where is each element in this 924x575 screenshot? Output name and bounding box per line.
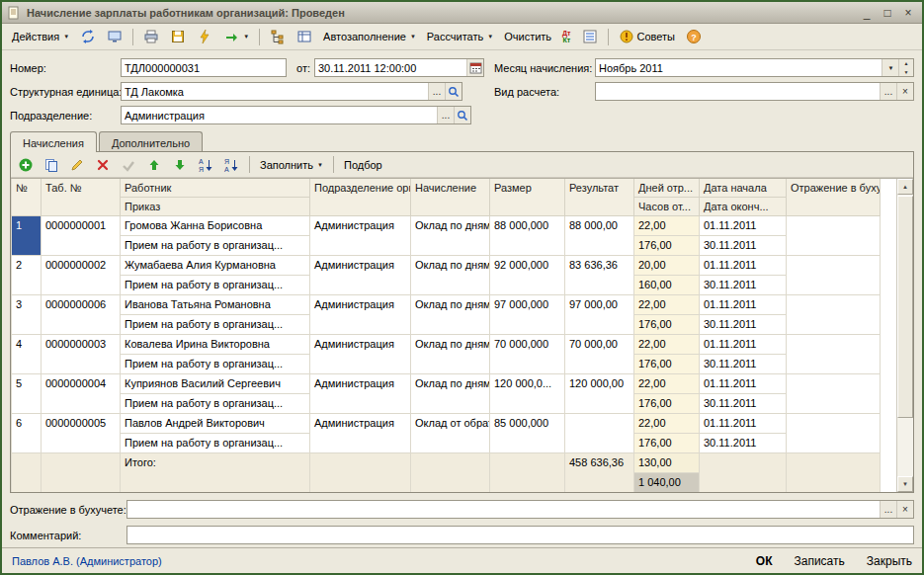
print-button[interactable] [138, 27, 164, 47]
department-cell[interactable]: Администрация [310, 216, 411, 256]
scroll-up-button[interactable]: ▲ [897, 179, 913, 195]
unit-choose-button[interactable]: ... [428, 83, 445, 100]
help-button[interactable]: ? [681, 27, 707, 47]
result-cell[interactable] [565, 414, 634, 453]
date-end-cell[interactable]: 30.11.2011 [700, 434, 787, 453]
order-cell[interactable]: Прием на работу в организац... [121, 355, 310, 374]
order-cell[interactable]: Прием на работу в организац... [121, 394, 310, 414]
accrual-cell[interactable]: Оклад по дням [411, 335, 490, 374]
move-down-button[interactable] [168, 155, 192, 175]
copy-row-button[interactable] [40, 155, 63, 175]
close-button[interactable]: × [898, 4, 918, 21]
maximize-button[interactable]: □ [878, 4, 897, 21]
form-view-button[interactable] [102, 27, 127, 47]
total-result-cell[interactable]: 458 636,36 [565, 453, 634, 493]
tab-number-cell[interactable]: 0000000003 [42, 335, 121, 374]
number-input[interactable] [122, 62, 286, 74]
close-form-button[interactable]: Закрыть [867, 554, 912, 568]
header-accounting[interactable]: Отражение в бухучете [787, 179, 881, 216]
finish-edit-button[interactable] [117, 155, 140, 175]
header-accrual[interactable]: Начисление [411, 179, 490, 216]
unit-input[interactable] [122, 86, 428, 98]
go-to-menu-button[interactable]: ▼ [218, 27, 254, 47]
post-document-button[interactable] [192, 27, 217, 47]
header-order[interactable]: Приказ [121, 198, 310, 216]
header-tab-num[interactable]: Таб. № [42, 179, 121, 216]
reread-button[interactable] [75, 27, 101, 47]
total-accounting-cell[interactable] [787, 453, 881, 493]
fill-menu-button[interactable]: Заполнить▼ [256, 155, 327, 175]
date-start-cell[interactable]: 01.11.2011 [700, 414, 787, 434]
days-cell[interactable]: 22,00 [634, 374, 700, 394]
tab-additional[interactable]: Дополнительно [99, 131, 203, 151]
table-row[interactable]: 20000000002Жумабаева Алия КурмановнаАдми… [12, 256, 881, 276]
hours-cell[interactable]: 176,00 [634, 315, 700, 335]
tab-number-cell[interactable]: 0000000001 [42, 216, 121, 256]
date-end-cell[interactable]: 30.11.2011 [700, 315, 787, 335]
month-spinner[interactable]: ▲▼ [898, 59, 913, 76]
accounting-input[interactable] [127, 504, 880, 516]
size-cell[interactable]: 88 000,000 [490, 216, 565, 256]
header-num[interactable]: № [12, 179, 42, 216]
pick-button[interactable]: Подбор [340, 155, 386, 175]
accrual-cell[interactable]: Оклад от обратного по [411, 414, 490, 453]
worker-cell[interactable]: Ковалева Ирина Викторовна [121, 335, 310, 355]
total-days-cell[interactable]: 130,00 [634, 453, 700, 473]
total-tab-cell[interactable] [42, 453, 121, 493]
save-document-button[interactable] [165, 27, 191, 47]
department-cell[interactable]: Администрация [310, 335, 411, 374]
header-hours[interactable]: Часов от... [634, 198, 700, 216]
clear-button[interactable]: Очистить [499, 27, 556, 47]
total-hours-cell[interactable]: 1 040,00 [634, 473, 700, 493]
date-start-cell[interactable]: 01.11.2011 [700, 335, 787, 355]
accounting-cell[interactable] [787, 256, 881, 295]
delete-row-button[interactable] [91, 155, 115, 175]
worker-cell[interactable]: Громова Жанна Борисовна [121, 216, 310, 236]
scroll-down-button[interactable]: ▼ [897, 476, 913, 492]
row-number-cell[interactable]: 4 [12, 335, 42, 374]
order-cell[interactable]: Прием на работу в организац... [121, 236, 310, 256]
days-cell[interactable]: 20,00 [634, 256, 700, 276]
header-date-start[interactable]: Дата начала [700, 179, 787, 198]
header-days[interactable]: Дней отр... [634, 179, 700, 198]
accrual-cell[interactable]: Оклад по дням [411, 295, 490, 335]
date-input[interactable] [315, 62, 466, 74]
size-cell[interactable]: 85 000,000 [490, 414, 565, 453]
accrual-cell[interactable]: Оклад по дням [411, 216, 490, 256]
month-dropdown-button[interactable]: ▼ [882, 59, 898, 76]
row-number-cell[interactable]: 6 [12, 414, 42, 453]
order-cell[interactable]: Прием на работу в организац... [121, 434, 310, 453]
result-cell[interactable]: 120 000,00 [565, 374, 634, 414]
header-result[interactable]: Результат [565, 179, 634, 216]
department-cell[interactable]: Администрация [310, 256, 411, 295]
total-label-cell[interactable]: Итого: [121, 453, 310, 493]
row-number-cell[interactable]: 2 [12, 256, 42, 295]
total-accrual-cell[interactable] [411, 453, 490, 493]
header-size[interactable]: Размер [490, 179, 565, 216]
dtkt-button[interactable]: ДтКт [557, 27, 575, 47]
unit-open-button[interactable] [445, 83, 462, 100]
report-button[interactable] [292, 27, 317, 47]
table-row[interactable]: 60000000005Павлов Андрей ВикторовичАдмин… [12, 414, 881, 434]
comment-input[interactable] [127, 530, 913, 541]
header-worker[interactable]: Работник [121, 179, 310, 198]
days-cell[interactable]: 22,00 [634, 216, 700, 236]
department-cell[interactable]: Администрация [310, 414, 411, 453]
total-size-cell[interactable] [490, 453, 565, 493]
tab-number-cell[interactable]: 0000000004 [42, 374, 121, 414]
accounting-cell[interactable] [787, 414, 881, 453]
table-vertical-scrollbar[interactable]: ▲ ▼ [896, 179, 913, 492]
tab-number-cell[interactable]: 0000000005 [42, 414, 121, 453]
add-row-button[interactable] [14, 155, 38, 175]
date-start-cell[interactable]: 01.11.2011 [700, 216, 787, 236]
tab-accruals[interactable]: Начисления [10, 131, 97, 152]
minimize-button[interactable]: _ [857, 4, 877, 21]
department-cell[interactable]: Администрация [310, 295, 411, 335]
row-number-cell[interactable]: 3 [12, 295, 42, 335]
days-cell[interactable]: 22,00 [634, 414, 700, 434]
table-row[interactable]: 10000000001Громова Жанна БорисовнаАдмини… [12, 216, 881, 236]
ok-button[interactable]: ОК [756, 554, 773, 568]
department-open-button[interactable] [454, 107, 470, 123]
accrual-cell[interactable]: Оклад по дням [411, 256, 490, 295]
size-cell[interactable]: 97 000,000 [490, 295, 565, 335]
